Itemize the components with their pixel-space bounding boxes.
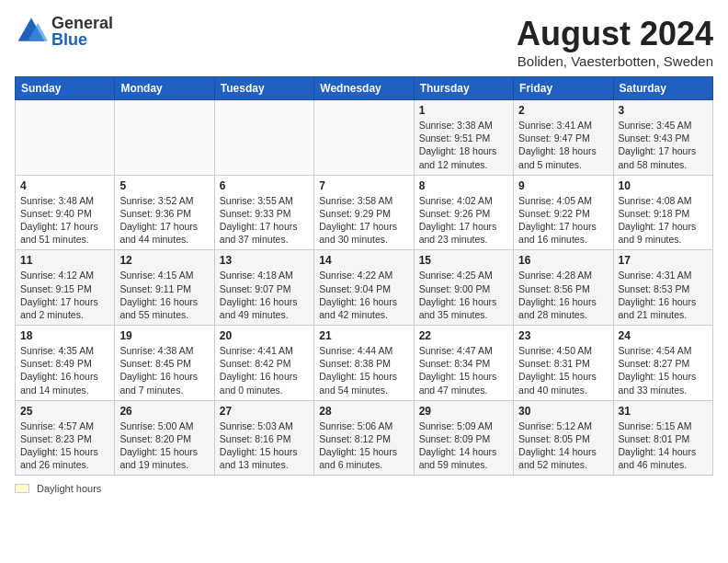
weekday-header-monday: Monday [115,77,214,100]
daylight-label: Daylight hours [37,483,101,494]
day-number: 30 [518,405,608,418]
day-info: Sunrise: 4:44 AM Sunset: 8:38 PM Dayligh… [319,344,408,396]
day-info: Sunrise: 4:08 AM Sunset: 9:18 PM Dayligh… [619,194,708,247]
day-info: Sunrise: 3:45 AM Sunset: 9:43 PM Dayligh… [619,119,708,171]
day-info: Sunrise: 4:54 AM Sunset: 8:27 PM Dayligh… [619,344,708,396]
footer: Daylight hours [15,483,713,494]
day-info: Sunrise: 3:52 AM Sunset: 9:36 PM Dayligh… [119,194,209,247]
day-number: 28 [319,405,408,418]
day-number: 27 [220,405,309,418]
day-number: 3 [619,104,708,117]
calendar-table: SundayMondayTuesdayWednesdayThursdayFrid… [15,76,713,476]
page-subtitle: Boliden, Vaesterbotten, Sweden [517,53,713,69]
day-info: Sunrise: 5:15 AM Sunset: 8:01 PM Dayligh… [619,419,708,472]
day-info: Sunrise: 4:35 AM Sunset: 8:49 PM Dayligh… [20,344,109,396]
page-header: General Blue August 2024 Boliden, Vaeste… [15,15,713,69]
calendar-cell: 8Sunrise: 4:02 AM Sunset: 9:26 PM Daylig… [414,175,513,250]
calendar-cell: 17Sunrise: 4:31 AM Sunset: 8:53 PM Dayli… [613,250,712,326]
day-info: Sunrise: 5:00 AM Sunset: 8:20 PM Dayligh… [119,419,209,472]
day-info: Sunrise: 4:05 AM Sunset: 9:22 PM Dayligh… [518,194,608,247]
logo-general: General [51,15,113,31]
day-info: Sunrise: 3:48 AM Sunset: 9:40 PM Dayligh… [20,194,109,247]
day-number: 1 [419,104,508,117]
calendar-cell: 12Sunrise: 4:15 AM Sunset: 9:11 PM Dayli… [115,250,214,326]
calendar-cell: 29Sunrise: 5:09 AM Sunset: 8:09 PM Dayli… [414,400,513,476]
calendar-cell: 7Sunrise: 3:58 AM Sunset: 9:29 PM Daylig… [314,175,414,250]
logo: General Blue [15,15,113,48]
calendar-cell: 23Sunrise: 4:50 AM Sunset: 8:31 PM Dayli… [514,326,613,401]
calendar-cell: 15Sunrise: 4:25 AM Sunset: 9:00 PM Dayli… [414,250,513,326]
day-number: 26 [119,405,209,418]
day-info: Sunrise: 4:25 AM Sunset: 9:00 PM Dayligh… [419,269,508,321]
calendar-cell: 19Sunrise: 4:38 AM Sunset: 8:45 PM Dayli… [115,326,214,401]
calendar-cell: 6Sunrise: 3:55 AM Sunset: 9:33 PM Daylig… [214,175,313,250]
day-info: Sunrise: 5:09 AM Sunset: 8:09 PM Dayligh… [419,419,508,472]
logo-blue: Blue [51,31,113,48]
day-number: 22 [419,329,508,342]
calendar-cell: 20Sunrise: 4:41 AM Sunset: 8:42 PM Dayli… [214,326,313,401]
calendar-cell: 11Sunrise: 4:12 AM Sunset: 9:15 PM Dayli… [16,250,115,326]
calendar-cell: 14Sunrise: 4:22 AM Sunset: 9:04 PM Dayli… [314,250,414,326]
calendar-cell: 4Sunrise: 3:48 AM Sunset: 9:40 PM Daylig… [16,175,115,250]
day-info: Sunrise: 4:28 AM Sunset: 8:56 PM Dayligh… [518,269,608,321]
day-info: Sunrise: 4:41 AM Sunset: 8:42 PM Dayligh… [220,344,309,396]
day-number: 15 [419,254,508,267]
day-info: Sunrise: 3:55 AM Sunset: 9:33 PM Dayligh… [220,194,309,247]
day-info: Sunrise: 4:31 AM Sunset: 8:53 PM Dayligh… [619,269,708,321]
day-info: Sunrise: 4:38 AM Sunset: 8:45 PM Dayligh… [119,344,209,396]
weekday-header-tuesday: Tuesday [214,77,313,100]
calendar-cell [115,100,214,176]
calendar-week-2: 4Sunrise: 3:48 AM Sunset: 9:40 PM Daylig… [16,175,713,250]
calendar-cell: 30Sunrise: 5:12 AM Sunset: 8:05 PM Dayli… [514,400,613,476]
calendar-cell [16,100,115,176]
calendar-cell: 9Sunrise: 4:05 AM Sunset: 9:22 PM Daylig… [514,175,613,250]
day-number: 20 [220,329,309,342]
calendar-cell: 31Sunrise: 5:15 AM Sunset: 8:01 PM Dayli… [613,400,712,476]
calendar-cell: 2Sunrise: 3:41 AM Sunset: 9:47 PM Daylig… [514,100,613,176]
day-info: Sunrise: 3:41 AM Sunset: 9:47 PM Dayligh… [518,119,608,171]
calendar-cell: 5Sunrise: 3:52 AM Sunset: 9:36 PM Daylig… [115,175,214,250]
day-info: Sunrise: 3:58 AM Sunset: 9:29 PM Dayligh… [319,194,408,247]
day-number: 10 [619,179,708,192]
weekday-header-thursday: Thursday [414,77,513,100]
daylight-box [15,484,29,493]
weekday-header-saturday: Saturday [613,77,712,100]
day-number: 2 [518,104,608,117]
day-number: 8 [419,179,508,192]
calendar-cell: 18Sunrise: 4:35 AM Sunset: 8:49 PM Dayli… [16,326,115,401]
day-info: Sunrise: 4:57 AM Sunset: 8:23 PM Dayligh… [20,419,109,472]
title-block: August 2024 Boliden, Vaesterbotten, Swed… [517,15,713,69]
calendar-week-4: 18Sunrise: 4:35 AM Sunset: 8:49 PM Dayli… [16,326,713,401]
day-info: Sunrise: 4:18 AM Sunset: 9:07 PM Dayligh… [220,269,309,321]
calendar-week-3: 11Sunrise: 4:12 AM Sunset: 9:15 PM Dayli… [16,250,713,326]
logo-text: General Blue [51,15,113,48]
day-number: 23 [518,329,608,342]
calendar-cell: 3Sunrise: 3:45 AM Sunset: 9:43 PM Daylig… [613,100,712,176]
day-number: 9 [518,179,608,192]
day-number: 7 [319,179,408,192]
calendar-cell: 22Sunrise: 4:47 AM Sunset: 8:34 PM Dayli… [414,326,513,401]
day-info: Sunrise: 4:02 AM Sunset: 9:26 PM Dayligh… [419,194,508,247]
day-info: Sunrise: 5:06 AM Sunset: 8:12 PM Dayligh… [319,419,408,472]
day-info: Sunrise: 4:22 AM Sunset: 9:04 PM Dayligh… [319,269,408,321]
day-number: 12 [119,254,209,267]
day-number: 24 [619,329,708,342]
day-info: Sunrise: 4:15 AM Sunset: 9:11 PM Dayligh… [119,269,209,321]
calendar-cell: 27Sunrise: 5:03 AM Sunset: 8:16 PM Dayli… [214,400,313,476]
day-number: 31 [619,405,708,418]
calendar-header: SundayMondayTuesdayWednesdayThursdayFrid… [16,77,713,100]
calendar-cell [314,100,414,176]
day-number: 5 [119,179,209,192]
day-number: 25 [20,405,109,418]
day-info: Sunrise: 4:47 AM Sunset: 8:34 PM Dayligh… [419,344,508,396]
weekday-header-wednesday: Wednesday [314,77,414,100]
calendar-cell: 16Sunrise: 4:28 AM Sunset: 8:56 PM Dayli… [514,250,613,326]
day-info: Sunrise: 5:12 AM Sunset: 8:05 PM Dayligh… [518,419,608,472]
day-number: 17 [619,254,708,267]
calendar-cell: 1Sunrise: 3:38 AM Sunset: 9:51 PM Daylig… [414,100,513,176]
calendar-cell: 21Sunrise: 4:44 AM Sunset: 8:38 PM Dayli… [314,326,414,401]
day-number: 13 [220,254,309,267]
calendar-cell: 24Sunrise: 4:54 AM Sunset: 8:27 PM Dayli… [613,326,712,401]
calendar-cell: 10Sunrise: 4:08 AM Sunset: 9:18 PM Dayli… [613,175,712,250]
page-title: August 2024 [517,15,713,53]
